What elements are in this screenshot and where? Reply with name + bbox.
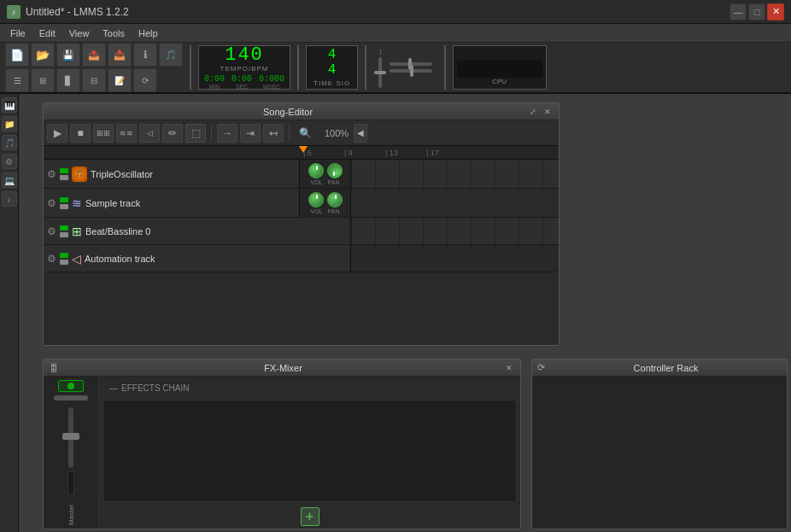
settings-button[interactable]: 🎵 (159, 43, 183, 67)
toolbar-separator-1 (190, 45, 191, 90)
se-add-bb-button[interactable]: ◁ (139, 124, 160, 143)
track-led-group-beat (60, 225, 68, 237)
menu-view[interactable]: View (62, 26, 97, 40)
piano-roll-button[interactable]: ▊ (56, 68, 80, 92)
info-button[interactable]: ℹ (133, 43, 157, 67)
save-project-button[interactable]: 💾 (56, 43, 80, 67)
add-effect-button[interactable]: + (301, 507, 319, 526)
sidebar-icon-computer[interactable]: 💻 (2, 172, 17, 188)
osc-volpan-area: VOL PAN (300, 160, 351, 188)
se-record-steps-button[interactable]: ≋≋ (116, 124, 137, 143)
track-led-group-auto (60, 253, 68, 265)
time-counters: 0:00 MIN 0:00 SEC 0:000 MSEC (204, 74, 284, 90)
track-led-green-sample[interactable] (60, 197, 68, 202)
track-led-mute-beat[interactable] (60, 232, 68, 237)
sample-pan-knob[interactable] (327, 192, 343, 208)
fx-master-channel: Master (44, 377, 99, 529)
track-led-mute-sample[interactable] (60, 204, 68, 209)
osc-pan-label: PAN (328, 179, 340, 185)
controller-rack-icon: ⟳ (537, 362, 545, 373)
track-header-auto: ⚙ ◁ Automation track (44, 245, 351, 272)
menu-file[interactable]: File (3, 26, 32, 40)
fx-mixer-close[interactable]: ✕ (503, 362, 515, 374)
sample-vol-knob[interactable] (308, 192, 324, 208)
fx-mixer-window: 🎛 FX-Mixer ✕ Master (43, 359, 521, 529)
track-gear-auto[interactable]: ⚙ (47, 253, 56, 265)
track-led-green-osc[interactable] (60, 168, 68, 173)
maximize-button[interactable]: □ (748, 3, 765, 20)
se-erase-button[interactable]: ⬚ (185, 124, 206, 143)
tempo-display[interactable]: 140 TEMPO/BPM 0:00 MIN 0:00 SEC 0:000 MS… (198, 45, 290, 90)
song-editor-maximize[interactable]: ⤢ (527, 106, 539, 118)
beat-editor-button[interactable]: ⊞ (31, 68, 55, 92)
master-pitch-slider[interactable] (390, 69, 432, 73)
se-loop-end-button[interactable]: ⇥ (240, 124, 261, 143)
master-volume-slider[interactable] (378, 57, 382, 88)
auto-pattern-area[interactable] (351, 245, 559, 272)
se-separator-2 (289, 125, 290, 142)
sidebar-icon-my-samples[interactable]: 🎵 (2, 135, 17, 150)
export-button[interactable]: 📤 (82, 43, 106, 67)
se-loop-start-button[interactable]: ↤ (263, 124, 284, 143)
toolbar-separator-2 (297, 45, 299, 90)
open-project-button[interactable]: 📂 (31, 43, 55, 67)
se-loop-button[interactable]: → (217, 124, 237, 143)
track-gear-beat[interactable]: ⚙ (47, 225, 56, 237)
track-led-green-beat[interactable] (60, 225, 68, 231)
menu-tools[interactable]: Tools (96, 26, 132, 40)
sidebar-icon-instruments[interactable]: ♪ (2, 191, 17, 207)
song-editor-window: Song-Editor ⤢ ✕ ▶ ■ ⊞⊞ ≋≋ ◁ ✏ ⬚ → ⇥ ↤ 🔍 … (43, 102, 560, 346)
track-led-mute-auto[interactable] (60, 260, 68, 265)
osc-knob-labels: VOL PAN (311, 179, 340, 185)
se-stop-button[interactable]: ■ (70, 124, 91, 143)
se-record-button[interactable]: ⊞⊞ (93, 124, 114, 143)
track-name-osc: TripleOscillator (91, 169, 296, 179)
sample-knob-labels: VOL PAN (311, 208, 340, 214)
track-led-mute-osc[interactable] (60, 175, 68, 180)
track-led-green-auto[interactable] (60, 253, 68, 258)
se-separator-1 (211, 125, 212, 142)
master-volume-thumb (374, 71, 386, 74)
se-draw-button[interactable]: ✏ (162, 124, 183, 143)
timeline-num-5: | 5 (303, 149, 344, 157)
se-zoom-out-button[interactable]: ◀ (354, 124, 367, 143)
timesig-display[interactable]: 4 4 TIME SIG (306, 45, 358, 90)
sec-label: SEC (236, 84, 248, 90)
track-sample-icon: ≋ (72, 196, 82, 210)
controller-button[interactable]: ⟳ (133, 68, 157, 92)
sample-pattern-area[interactable] (351, 189, 559, 217)
menu-help[interactable]: Help (132, 26, 165, 40)
song-editor-button[interactable]: ☰ (5, 68, 29, 92)
track-row-sample: ⚙ ≋ Sample track VOL PAN (44, 189, 559, 218)
sidebar-icon-instrument[interactable]: 🎹 (2, 97, 17, 113)
se-zoom-control: 100% ◀ (321, 124, 367, 143)
sidebar-icon-my-projects[interactable]: 📁 (2, 116, 17, 132)
sidebar-icon-my-presets[interactable]: ⚙ (2, 154, 17, 169)
se-play-button[interactable]: ▶ (47, 124, 67, 143)
song-editor-controls: ⤢ ✕ (527, 106, 554, 118)
osc-pan-knob[interactable] (327, 163, 343, 178)
new-project-button[interactable]: 📄 (5, 43, 29, 67)
track-name-sample: Sample track (85, 198, 296, 208)
song-editor-close[interactable]: ✕ (542, 106, 554, 118)
title-bar: ♪ Untitled* - LMMS 1.2.2 — □ ✕ (0, 0, 791, 24)
fx-master-enable[interactable] (58, 380, 84, 392)
track-gear-osc[interactable]: ⚙ (47, 168, 56, 180)
menu-edit[interactable]: Edit (32, 26, 62, 40)
beat-pattern-area[interactable] (351, 218, 559, 244)
toolbar-separator-3 (365, 45, 366, 90)
se-search-icon: 🔍 (295, 124, 315, 143)
minimize-button[interactable]: — (729, 3, 747, 20)
track-gear-sample[interactable]: ⚙ (47, 197, 56, 209)
timeline-num-17: | 17 (426, 149, 467, 157)
import-button[interactable]: 📥 (108, 43, 132, 67)
close-button[interactable]: ✕ (767, 3, 784, 20)
osc-vol-knob[interactable] (308, 163, 324, 178)
fx-mixer-title: FX-Mixer (63, 363, 503, 373)
track-header-beat: ⚙ ⊞ Beat/Bassline 0 (44, 218, 351, 244)
fx-master-fader[interactable] (68, 407, 73, 468)
project-notes-button[interactable]: 📝 (108, 68, 132, 92)
mixer-button[interactable]: ⊟ (82, 68, 106, 92)
fx-mixer-titlebar: 🎛 FX-Mixer ✕ (44, 360, 520, 377)
osc-pattern-area[interactable] (351, 160, 559, 188)
